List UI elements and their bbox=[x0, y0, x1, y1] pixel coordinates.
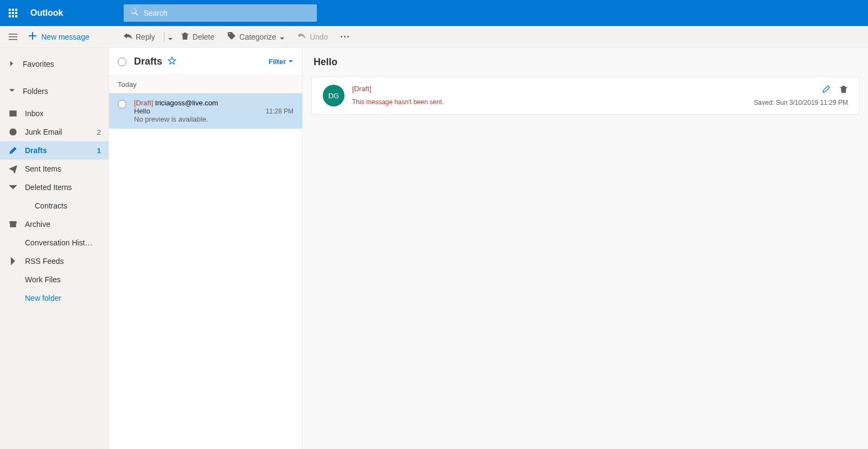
unsent-message: This message hasn't been sent. bbox=[352, 98, 746, 106]
select-all-checkbox[interactable] bbox=[118, 58, 126, 66]
svg-rect-2 bbox=[15, 9, 17, 11]
reply-label: Reply bbox=[136, 33, 155, 41]
folder-sent[interactable]: Sent Items bbox=[0, 160, 108, 178]
new-folder-link[interactable]: New folder bbox=[0, 289, 108, 307]
svg-rect-7 bbox=[12, 15, 14, 17]
folder-label: Sent Items bbox=[25, 165, 93, 173]
mail-preview: No preview is available. bbox=[134, 115, 293, 123]
group-today: Today bbox=[109, 76, 302, 93]
list-header: Drafts Filter bbox=[109, 48, 302, 76]
folder-label: Inbox bbox=[25, 109, 93, 118]
chevron-down-icon bbox=[288, 58, 293, 66]
chevron-down-icon bbox=[279, 34, 285, 40]
select-checkbox[interactable] bbox=[118, 100, 126, 109]
new-message-button[interactable]: New message bbox=[24, 29, 94, 44]
folder-label: Conversation Hist… bbox=[25, 238, 101, 247]
inbox-icon bbox=[9, 109, 17, 118]
svg-rect-0 bbox=[9, 9, 11, 11]
edit-icon[interactable] bbox=[822, 85, 831, 96]
more-button[interactable] bbox=[335, 33, 354, 41]
folder-junk[interactable]: Junk Email 2 bbox=[0, 123, 108, 141]
mail-subject: Hello bbox=[134, 107, 150, 115]
svg-rect-3 bbox=[9, 12, 11, 14]
send-icon bbox=[9, 165, 17, 173]
svg-rect-11 bbox=[9, 39, 17, 40]
waffle-icon[interactable] bbox=[4, 4, 22, 22]
folder-count: 1 bbox=[97, 147, 101, 155]
search-input[interactable] bbox=[143, 9, 310, 17]
folder-label: RSS Feeds bbox=[25, 257, 101, 265]
mail-time: 11:28 PM bbox=[266, 107, 293, 115]
folder-drafts[interactable]: Drafts 1 bbox=[0, 141, 108, 160]
delete-button[interactable]: Delete bbox=[175, 28, 220, 45]
folder-label: Contracts bbox=[35, 201, 101, 210]
svg-rect-5 bbox=[15, 12, 17, 14]
folders-header[interactable]: Folders bbox=[0, 81, 108, 101]
svg-rect-8 bbox=[15, 15, 17, 17]
undo-button[interactable]: Undo bbox=[292, 28, 333, 45]
folder-label: Archive bbox=[25, 220, 101, 229]
ellipsis-icon bbox=[341, 36, 349, 37]
avatar: DG bbox=[323, 85, 344, 106]
folder-archive[interactable]: Archive bbox=[0, 215, 108, 233]
folder-inbox[interactable]: Inbox bbox=[0, 104, 108, 123]
reply-dropdown[interactable] bbox=[168, 34, 173, 40]
chevron-down-icon bbox=[9, 87, 15, 96]
filter-label: Filter bbox=[269, 58, 286, 66]
toolbar: New message Reply Delete Categorize bbox=[0, 26, 868, 48]
sidebar: Favorites Folders Inbox Junk Email 2 bbox=[0, 48, 108, 449]
folder-label: Drafts bbox=[25, 146, 90, 155]
list-title: Drafts bbox=[134, 56, 162, 67]
svg-rect-4 bbox=[12, 12, 14, 14]
folder-rss[interactable]: RSS Feeds bbox=[0, 252, 108, 270]
tag-icon bbox=[227, 31, 236, 42]
brand-label: Outlook bbox=[30, 8, 63, 18]
folder-workfiles[interactable]: Work Files bbox=[0, 270, 108, 289]
svg-rect-1 bbox=[12, 9, 14, 11]
svg-rect-9 bbox=[9, 34, 17, 35]
folder-deleted[interactable]: Deleted Items bbox=[0, 178, 108, 197]
chevron-right-icon bbox=[9, 60, 15, 68]
trash-icon bbox=[181, 31, 189, 42]
reply-button[interactable]: Reply bbox=[118, 28, 161, 45]
top-bar: Outlook bbox=[0, 0, 868, 26]
mail-line1: [Draft] triciagoss@live.com bbox=[134, 99, 293, 107]
search-box[interactable] bbox=[124, 4, 317, 22]
svg-rect-6 bbox=[9, 15, 11, 17]
search-icon bbox=[130, 8, 139, 18]
categorize-label: Categorize bbox=[239, 33, 276, 41]
message-card: DG [Draft] This message hasn't been sent… bbox=[311, 77, 859, 115]
folder-conversation-history[interactable]: Conversation Hist… bbox=[0, 233, 108, 252]
chevron-down-icon bbox=[9, 183, 17, 192]
mail-item[interactable]: [Draft] triciagoss@live.com Hello 11:28 … bbox=[109, 93, 302, 129]
folder-count: 2 bbox=[97, 128, 101, 136]
categorize-button[interactable]: Categorize bbox=[222, 28, 290, 45]
svg-rect-13 bbox=[29, 35, 36, 36]
saved-label: Saved: Sun 3/10/2019 11:29 PM bbox=[754, 99, 848, 106]
mail-body: [Draft] triciagoss@live.com Hello 11:28 … bbox=[134, 99, 293, 123]
draft-tag: [Draft] bbox=[134, 99, 153, 107]
chevron-right-icon bbox=[9, 257, 17, 265]
filter-button[interactable]: Filter bbox=[269, 58, 293, 66]
folders-label: Folders bbox=[23, 87, 48, 96]
star-icon[interactable] bbox=[162, 56, 176, 67]
undo-icon bbox=[298, 31, 307, 42]
hamburger-icon[interactable] bbox=[9, 33, 17, 41]
archive-icon bbox=[9, 220, 17, 229]
block-icon bbox=[9, 128, 17, 136]
trash-icon[interactable] bbox=[839, 85, 848, 96]
folder-label: Junk Email bbox=[25, 128, 90, 136]
new-folder-label: New folder bbox=[25, 294, 101, 302]
divider bbox=[164, 31, 164, 42]
delete-label: Delete bbox=[193, 33, 214, 41]
favorites-label: Favorites bbox=[23, 60, 54, 68]
mail-to: triciagoss@live.com bbox=[155, 99, 218, 107]
svg-rect-10 bbox=[9, 36, 17, 37]
message-list: Drafts Filter Today [Draft] triciagoss@l… bbox=[108, 48, 303, 449]
folder-label: Work Files bbox=[25, 275, 101, 284]
undo-label: Undo bbox=[310, 33, 328, 41]
reply-icon bbox=[124, 31, 132, 42]
favorites-header[interactable]: Favorites bbox=[0, 54, 108, 74]
main: Favorites Folders Inbox Junk Email 2 bbox=[0, 48, 868, 449]
folder-contracts[interactable]: Contracts bbox=[0, 197, 108, 215]
